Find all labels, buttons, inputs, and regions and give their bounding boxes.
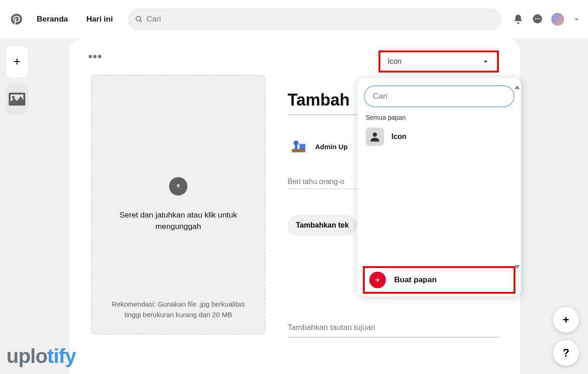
board-search-input[interactable] <box>364 85 514 107</box>
create-board-button[interactable]: Buat papan <box>363 266 515 294</box>
upload-hint-text: Rekomendasi: Gunakan file .jpg berkualit… <box>92 299 265 320</box>
board-thumb-icon <box>366 128 384 146</box>
svg-rect-5 <box>292 149 305 152</box>
chevron-down-icon <box>481 57 490 66</box>
chat-icon[interactable] <box>532 14 543 25</box>
author-name: Admin Up <box>315 143 348 151</box>
svg-rect-8 <box>300 144 305 148</box>
search-input[interactable] <box>147 15 494 24</box>
search-bar[interactable] <box>128 8 502 30</box>
board-section-label: Semua papan <box>357 112 521 125</box>
svg-point-2 <box>537 18 538 20</box>
svg-point-3 <box>539 18 540 20</box>
rail-image-button[interactable] <box>6 84 28 115</box>
rail-add-button[interactable] <box>6 46 28 77</box>
board-selector-label: Icon <box>388 57 401 66</box>
pinterest-logo-icon[interactable] <box>11 14 22 25</box>
header-right-icons <box>513 13 581 26</box>
account-chevron-down-icon[interactable] <box>572 15 581 23</box>
bell-icon[interactable] <box>513 14 524 25</box>
left-rail <box>0 39 34 374</box>
upload-dropzone[interactable]: Seret dan jatuhkan atau klik untuk mengu… <box>91 75 266 335</box>
plus-circle-icon <box>369 272 386 288</box>
board-item[interactable]: Icon <box>357 125 521 151</box>
fab-add-button[interactable]: + <box>553 307 579 333</box>
board-selector[interactable]: Icon <box>379 50 499 73</box>
svg-rect-9 <box>300 148 305 149</box>
upload-arrow-icon <box>169 177 187 195</box>
upload-main-text: Seret dan jatuhkan atau klik untuk mengu… <box>101 209 255 233</box>
board-search-wrap <box>364 85 514 107</box>
board-dropdown: Semua papan Icon Buat papan <box>357 78 521 296</box>
dropdown-scrollbar[interactable] <box>514 85 520 269</box>
fab-help-button[interactable]: ? <box>553 340 579 366</box>
nav-home[interactable]: Beranda <box>29 9 75 29</box>
svg-rect-7 <box>295 145 298 150</box>
pin-builder-card: ••• Icon Semua papan Icon <box>70 39 520 374</box>
svg-point-4 <box>373 133 377 137</box>
search-icon <box>135 15 143 23</box>
app-body: ••• Icon Semua papan Icon <box>0 39 588 374</box>
user-avatar[interactable] <box>551 13 564 26</box>
more-menu-icon[interactable]: ••• <box>88 50 102 64</box>
svg-point-1 <box>535 18 537 20</box>
board-item-name: Icon <box>391 133 407 141</box>
author-avatar-icon <box>288 135 310 157</box>
dropdown-spacer <box>357 151 521 262</box>
app-header: Beranda Hari ini <box>0 0 588 39</box>
add-alt-text-button[interactable]: Tambahkan tek <box>288 215 357 236</box>
floating-buttons: + ? <box>553 307 579 366</box>
create-board-label: Buat papan <box>394 275 437 285</box>
nav-today[interactable]: Hari ini <box>79 9 120 29</box>
pin-link-input[interactable] <box>288 323 499 338</box>
